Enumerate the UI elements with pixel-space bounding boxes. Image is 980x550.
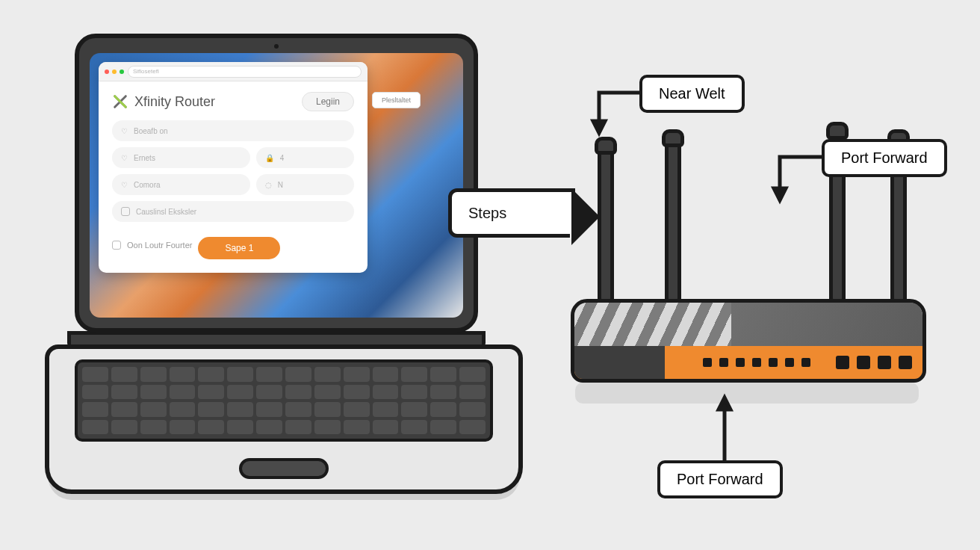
- svg-marker-0: [593, 121, 605, 133]
- address-bar[interactable]: Siflosetefl: [128, 66, 362, 78]
- email-field[interactable]: ♡ Ernets: [112, 147, 250, 168]
- external-link-label: Plesltaltet: [382, 96, 411, 104]
- login-panel: Xfinity Router Legiin ♡ Boeafb on ♡ Erne…: [99, 81, 368, 273]
- antenna-2: [665, 135, 681, 303]
- dot-icon: ◌: [265, 181, 272, 189]
- username-field[interactable]: ♡ Boeafb on: [112, 120, 354, 141]
- minimize-icon[interactable]: [112, 69, 117, 74]
- connector-port-forward-bottom: [702, 389, 747, 463]
- field-label: 4: [280, 154, 285, 162]
- laptop-screen-frame: Siflosetefl Xfinity Router Legiin ♡ Boea…: [75, 34, 478, 333]
- svg-marker-2: [719, 398, 731, 410]
- steps-label: Steps: [468, 205, 506, 222]
- camera-dot: [274, 44, 279, 49]
- antenna-1: [598, 142, 614, 303]
- n-field[interactable]: ◌ N: [256, 174, 354, 195]
- field-label: Boeafb on: [134, 127, 168, 135]
- router-top-surface: [574, 303, 922, 349]
- field-label: Comora: [134, 181, 161, 189]
- remember-label: Oon Loutr Fourter: [127, 241, 192, 250]
- label-text: Near Welt: [659, 85, 725, 102]
- heart-icon: ♡: [121, 181, 128, 189]
- field-label: Causlinsl Eksksler: [136, 208, 196, 216]
- maximize-icon[interactable]: [120, 69, 124, 74]
- login-button[interactable]: Legiin: [302, 92, 354, 111]
- router-front-band: [574, 346, 922, 379]
- lock-icon: 🔒: [265, 154, 274, 162]
- extra-field[interactable]: Causlinsl Eksksler: [112, 201, 354, 222]
- primary-button-label: Sape 1: [225, 243, 253, 253]
- field-label: Ernets: [134, 154, 155, 162]
- checkbox-icon: [112, 241, 121, 250]
- keyboard: [75, 359, 493, 442]
- close-icon[interactable]: [105, 69, 109, 74]
- login-button-label: Legiin: [316, 96, 340, 107]
- svg-marker-1: [774, 188, 786, 200]
- router-shadow: [575, 383, 919, 404]
- connector-port-forward-top: [747, 135, 837, 217]
- code-field[interactable]: 🔒 4: [256, 147, 354, 168]
- router-body: [571, 299, 926, 383]
- laptop-illustration: Siflosetefl Xfinity Router Legiin ♡ Boea…: [45, 34, 508, 494]
- label-port-forward-top: Port Forward: [822, 139, 947, 177]
- login-title: Xfinity Router: [134, 94, 296, 110]
- connector-near-welt: [575, 75, 657, 149]
- label-text: Port Forward: [841, 149, 928, 166]
- remember-row[interactable]: Oon Loutr Fourter Sape 1: [112, 231, 354, 259]
- address-bar-text: Siflosetefl: [133, 68, 159, 75]
- touchpad: [239, 458, 329, 479]
- window-controls: [105, 69, 124, 74]
- laptop-deck: [45, 344, 523, 494]
- external-link-pill[interactable]: Plesltaltet: [372, 92, 421, 108]
- checkbox-icon: [121, 207, 130, 216]
- desktop-wallpaper: Siflosetefl Xfinity Router Legiin ♡ Boea…: [90, 53, 463, 318]
- heart-icon: ♡: [121, 127, 128, 135]
- label-text: Port Forward: [677, 471, 763, 487]
- heart-icon: ♡: [121, 154, 128, 162]
- browser-url-bar: Siflosetefl: [99, 62, 368, 81]
- xfinity-logo-icon: [112, 93, 128, 110]
- field-label: N: [278, 181, 283, 189]
- browser-window: Siflosetefl Xfinity Router Legiin ♡ Boea…: [99, 62, 368, 273]
- label-port-forward-bottom: Port Forward: [657, 460, 783, 498]
- comora-field[interactable]: ♡ Comora: [112, 174, 250, 195]
- primary-button[interactable]: Sape 1: [198, 237, 280, 259]
